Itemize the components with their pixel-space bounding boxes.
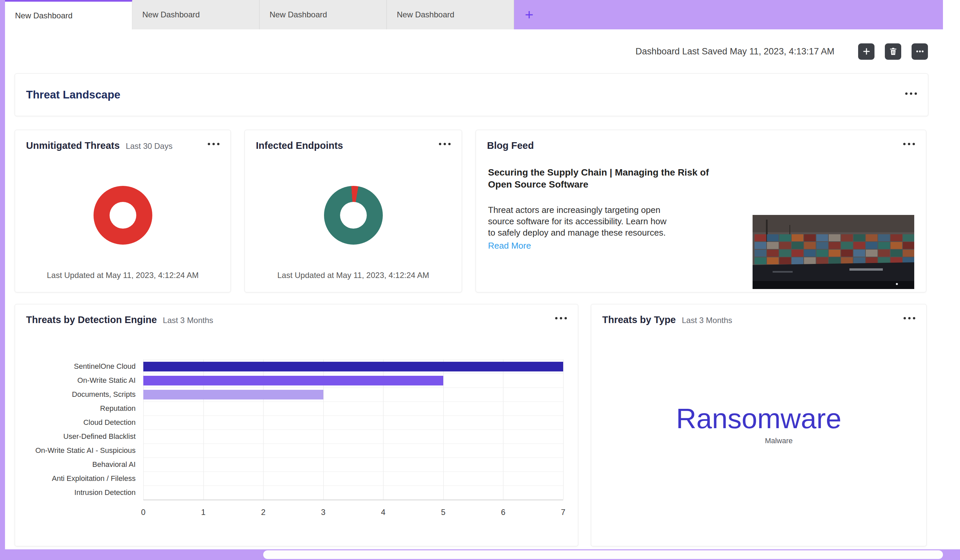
window-left-border (0, 0, 5, 560)
horizontal-scrollbar-thumb[interactable] (263, 550, 943, 559)
bar-category-label: Reputation (27, 402, 136, 415)
last-updated-text: Last Updated at May 11, 2023, 4:12:24 AM (15, 271, 230, 280)
widget-title: Threats by Detection Engine (26, 314, 157, 325)
widget-header: Threats by Detection Engine Last 3 Month… (15, 304, 578, 325)
blog-article-excerpt: Threat actors are increasingly targeting… (488, 204, 670, 239)
bar-chart-plot-area (143, 359, 563, 500)
dashboard-toolbar: Dashboard Last Saved May 11, 2023, 4:13:… (5, 29, 960, 73)
widget-header: Threats by Type Last 3 Months (591, 304, 926, 325)
bar-category-label: On-Write Static AI (27, 373, 136, 388)
bar-row (143, 388, 563, 402)
x-tick-label: 0 (141, 507, 145, 517)
ellipsis-icon (915, 47, 925, 56)
bar-row (143, 472, 563, 486)
bar-category-label: User-Defined Blacklist (27, 429, 136, 444)
bar-category-label: SentinelOne Cloud (27, 359, 136, 373)
unmitigated-threats-widget: Unmitigated Threats Last 30 Days Last Up… (15, 130, 231, 292)
infected-endpoints-donut-chart[interactable] (324, 186, 383, 245)
bar-category-label: Anti Exploitation / Fileless (27, 472, 136, 486)
plus-icon (862, 47, 871, 56)
widget-row-bottom: Threats by Detection Engine Last 3 Month… (15, 304, 926, 546)
blog-feed-widget: Blog Feed Securing the Supply Chain | Ma… (476, 130, 926, 292)
widget-period: Last 3 Months (682, 316, 732, 325)
tabbar-corner (943, 0, 960, 29)
bar-category-label: Behavioral AI (27, 458, 136, 472)
tab-label: New Dashboard (142, 10, 200, 19)
x-tick-label: 5 (441, 507, 445, 517)
dashboard-tab[interactable]: New Dashboard (132, 0, 259, 29)
widget-title: Threats by Type (602, 314, 676, 325)
bar[interactable] (143, 376, 443, 386)
x-tick-label: 3 (321, 507, 325, 517)
blog-article-title: Securing the Supply Chain | Managing the… (488, 166, 722, 191)
bar-category-label: Intrusion Detection (27, 486, 136, 499)
bar[interactable] (143, 390, 323, 399)
section-menu-button[interactable] (905, 93, 917, 95)
x-tick-label: 7 (561, 507, 565, 517)
dashboard-menu-button[interactable] (912, 43, 928, 60)
bar-row (143, 373, 563, 388)
last-saved-text: Dashboard Last Saved May 11, 2023, 4:13:… (636, 46, 834, 57)
unmitigated-threats-donut-chart[interactable] (94, 186, 152, 245)
dashboard-content: Dashboard Last Saved May 11, 2023, 4:13:… (5, 29, 960, 549)
dashboard-tab[interactable]: New Dashboard (5, 0, 132, 29)
widget-menu-button[interactable] (208, 143, 219, 145)
widget-menu-button[interactable] (555, 317, 567, 319)
bar-row (143, 429, 563, 444)
widget-row-top: Unmitigated Threats Last 30 Days Last Up… (15, 130, 926, 292)
bar-row (143, 486, 563, 499)
wordcloud-word[interactable]: Malware (765, 437, 793, 445)
container-ship-illustration (752, 215, 914, 289)
widget-menu-button[interactable] (904, 317, 915, 319)
x-tick-label: 1 (201, 507, 205, 517)
threats-by-type-wordcloud: RansomwareMalware (591, 326, 926, 546)
widget-menu-button[interactable] (439, 143, 451, 145)
bar-row (143, 402, 563, 415)
widget-period: Last 30 Days (126, 142, 172, 151)
delete-dashboard-button[interactable] (885, 43, 901, 60)
bar-row (143, 359, 563, 373)
tab-label: New Dashboard (270, 10, 327, 19)
section-title: Threat Landscape (26, 88, 120, 101)
bottom-scrollbar-track (0, 549, 960, 560)
widget-menu-button[interactable] (903, 143, 915, 145)
wordcloud-word[interactable]: Ransomware (676, 403, 842, 434)
tab-bar: New DashboardNew DashboardNew DashboardN… (0, 0, 960, 29)
gridline (563, 359, 563, 499)
bar[interactable] (143, 362, 563, 372)
widget-period: Last 3 Months (163, 316, 213, 325)
widget-title: Infected Endpoints (256, 140, 343, 151)
bar-category-label: Cloud Detection (27, 415, 136, 429)
infected-endpoints-widget: Infected Endpoints Last Updated at May 1… (245, 130, 462, 292)
bar-row (143, 415, 563, 429)
x-tick-label: 2 (261, 507, 265, 517)
bar-row (143, 444, 563, 458)
trash-icon (888, 47, 898, 56)
read-more-link[interactable]: Read More (488, 241, 531, 251)
x-tick-label: 6 (501, 507, 506, 517)
threat-landscape-section: Threat Landscape (15, 73, 928, 116)
bar-row (143, 458, 563, 472)
last-updated-text: Last Updated at May 11, 2023, 4:12:24 AM (245, 271, 462, 280)
widget-header: Blog Feed (476, 130, 926, 151)
bar-category-label: Documents, Scripts (27, 388, 136, 402)
detection-engine-bar-chart: SentinelOne CloudOn-Write Static AIDocum… (15, 359, 578, 500)
tab-list: New DashboardNew DashboardNew DashboardN… (5, 0, 514, 29)
x-tick-label: 4 (381, 507, 386, 517)
add-tab-button[interactable]: + (514, 0, 544, 29)
bar-category-label: On-Write Static AI - Suspicious (27, 444, 136, 458)
bar-chart-x-axis: 01234567 (143, 500, 563, 523)
widget-title: Unmitigated Threats (26, 140, 120, 151)
threats-by-type-widget: Threats by Type Last 3 Months Ransomware… (591, 304, 926, 546)
bar-chart-category-labels: SentinelOne CloudOn-Write Static AIDocum… (27, 359, 136, 500)
dashboard-tab[interactable]: New Dashboard (387, 0, 514, 29)
blog-article-image[interactable] (752, 215, 914, 289)
dashboard-tab[interactable]: New Dashboard (259, 0, 387, 29)
widget-header: Infected Endpoints (245, 130, 462, 151)
tab-label: New Dashboard (397, 10, 454, 19)
threats-by-detection-engine-widget: Threats by Detection Engine Last 3 Month… (15, 304, 578, 546)
tab-label: New Dashboard (15, 11, 72, 20)
widget-header: Unmitigated Threats Last 30 Days (15, 130, 230, 151)
add-widget-button[interactable] (858, 43, 875, 60)
widget-title: Blog Feed (487, 140, 534, 151)
